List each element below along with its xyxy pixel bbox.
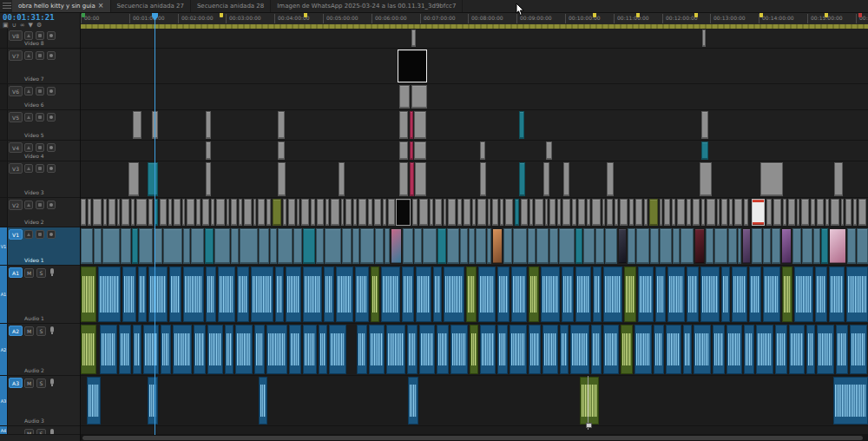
audio-clip[interactable] — [749, 267, 761, 322]
video-clip[interactable] — [374, 199, 381, 226]
audio-clip[interactable] — [683, 325, 692, 374]
video-clip[interactable] — [480, 142, 485, 160]
video-clip[interactable] — [821, 228, 828, 264]
audio-clip[interactable] — [336, 267, 353, 322]
video-clip[interactable] — [182, 199, 185, 226]
video-clip[interactable] — [572, 199, 576, 226]
audio-clip[interactable] — [98, 267, 121, 322]
audio-clip[interactable] — [732, 267, 747, 322]
video-clip[interactable] — [811, 199, 815, 226]
audio-clip[interactable] — [138, 267, 147, 322]
video-clip[interactable] — [410, 111, 413, 139]
video-clip[interactable] — [802, 228, 812, 264]
track-lane-V4[interactable] — [81, 141, 868, 161]
audio-clip[interactable] — [603, 325, 619, 374]
video-clip[interactable] — [437, 228, 446, 264]
video-clip[interactable] — [681, 228, 694, 264]
video-clip[interactable] — [383, 199, 386, 226]
video-clip[interactable] — [103, 199, 107, 226]
video-clip[interactable] — [521, 199, 528, 226]
video-clip[interactable] — [707, 199, 715, 226]
video-clip[interactable] — [231, 199, 237, 226]
video-clip[interactable] — [477, 199, 486, 226]
video-clip[interactable] — [607, 199, 613, 226]
track-output-icon[interactable] — [47, 143, 56, 152]
audio-clip[interactable] — [806, 325, 815, 374]
audio-clip[interactable] — [355, 267, 369, 322]
video-clip[interactable] — [399, 162, 408, 196]
source-patch-V2[interactable] — [0, 198, 8, 227]
audio-clip[interactable] — [381, 267, 400, 322]
source-patch-V4[interactable] — [0, 141, 8, 161]
audio-clip[interactable] — [122, 267, 136, 322]
video-clip[interactable] — [503, 228, 512, 264]
video-clip[interactable] — [825, 199, 829, 226]
video-clip[interactable] — [196, 199, 201, 226]
video-clip[interactable] — [253, 199, 256, 226]
audio-clip[interactable] — [529, 325, 541, 374]
video-clip[interactable] — [672, 199, 675, 226]
audio-clip[interactable] — [148, 267, 168, 322]
video-clip[interactable] — [108, 199, 115, 226]
video-clip[interactable] — [444, 199, 446, 226]
audio-clip[interactable] — [782, 267, 792, 322]
video-clip[interactable] — [411, 30, 416, 47]
audio-clip[interactable] — [654, 325, 664, 374]
audio-clip[interactable] — [466, 267, 477, 322]
video-clip[interactable] — [174, 199, 181, 226]
audio-clip[interactable] — [450, 325, 468, 374]
source-patch-V5[interactable] — [0, 110, 8, 140]
video-clip[interactable] — [411, 85, 427, 109]
video-clip[interactable] — [801, 199, 809, 226]
audio-clip[interactable] — [775, 325, 787, 374]
video-clip[interactable] — [399, 85, 410, 109]
video-clip[interactable] — [430, 199, 433, 226]
video-clip[interactable] — [240, 228, 258, 264]
video-clip[interactable] — [183, 228, 190, 264]
video-clip[interactable] — [399, 142, 408, 160]
video-clip[interactable] — [128, 162, 139, 196]
audio-clip[interactable] — [580, 377, 599, 425]
audio-clip[interactable] — [542, 325, 558, 374]
track-lane-A4[interactable] — [81, 426, 868, 435]
video-clip[interactable] — [783, 199, 786, 226]
audio-clip[interactable] — [419, 325, 435, 374]
video-clip[interactable] — [187, 199, 194, 226]
video-clip[interactable] — [160, 199, 167, 226]
playhead[interactable] — [155, 12, 155, 435]
video-clip[interactable] — [368, 199, 372, 226]
video-clip[interactable] — [211, 199, 214, 226]
video-clip[interactable] — [278, 162, 286, 196]
video-clip[interactable] — [136, 199, 147, 226]
video-clip[interactable] — [487, 228, 491, 264]
audio-clip[interactable] — [470, 325, 478, 374]
edit-point-indicator[interactable] — [588, 376, 589, 430]
audio-clip[interactable] — [235, 325, 253, 374]
audio-clip[interactable] — [603, 267, 622, 322]
track-lane-V7[interactable] — [81, 49, 868, 84]
add-marker-icon[interactable]: ▼ — [29, 23, 33, 29]
timeline-settings-icon[interactable]: ⚙ — [36, 23, 42, 29]
video-clip[interactable] — [231, 228, 239, 264]
video-clip[interactable] — [448, 199, 456, 226]
video-clip-thumbnail[interactable] — [742, 228, 751, 264]
track-lane-A2[interactable] — [81, 324, 868, 376]
video-clip[interactable] — [457, 199, 462, 226]
video-clip[interactable] — [557, 199, 561, 226]
audio-clip[interactable] — [169, 267, 181, 322]
track-target-A2[interactable]: A2 — [9, 326, 23, 336]
video-clip[interactable] — [148, 199, 153, 226]
video-clip[interactable] — [549, 228, 558, 264]
video-clip[interactable] — [505, 199, 513, 226]
audio-clip[interactable] — [100, 325, 117, 374]
track-lock-icon[interactable] — [36, 230, 44, 239]
source-patch-A2[interactable]: A2 — [0, 324, 8, 375]
audio-clip[interactable] — [836, 325, 848, 374]
audio-clip[interactable] — [259, 377, 267, 425]
source-patch-A4[interactable]: A4 — [0, 426, 8, 434]
offline-media-clip[interactable] — [752, 199, 765, 226]
audio-clip[interactable] — [817, 325, 834, 374]
audio-clip[interactable] — [560, 325, 569, 374]
video-clip[interactable] — [419, 199, 428, 226]
video-clip[interactable] — [81, 199, 86, 226]
